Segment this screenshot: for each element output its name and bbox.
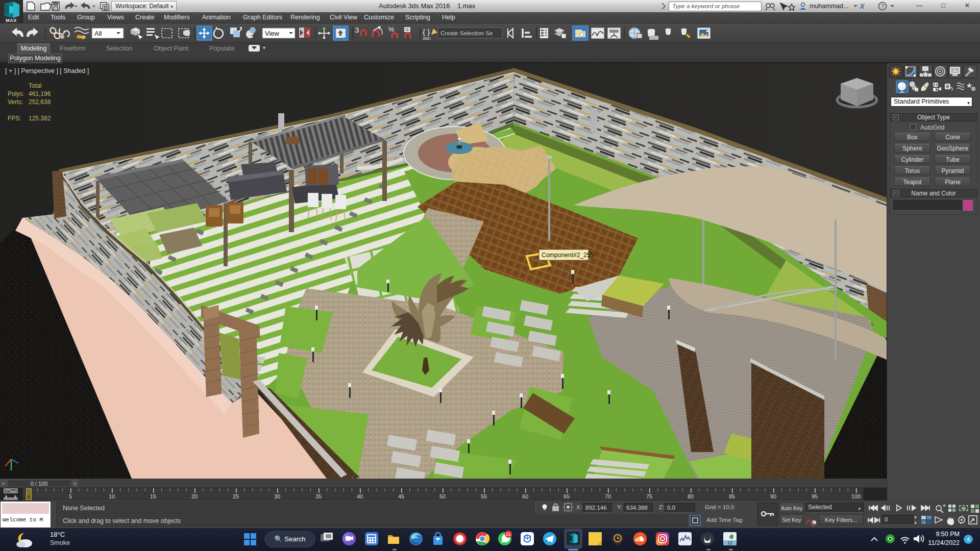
svg-text:11: 11: [506, 532, 510, 537]
svg-text:FPS:: FPS:: [8, 115, 21, 122]
svg-text:125.382: 125.382: [29, 115, 51, 122]
svg-text:85: 85: [729, 493, 735, 499]
svg-text:View: View: [265, 30, 280, 37]
svg-text:15: 15: [150, 493, 156, 499]
svg-text:10: 10: [109, 493, 115, 499]
svg-text:75: 75: [646, 493, 652, 499]
svg-text:4: 4: [967, 536, 970, 542]
svg-text:50: 50: [439, 493, 446, 499]
svg-text:L: L: [813, 521, 816, 525]
svg-text:[ + ] [ Perspective ] [ Shaded: [ + ] [ Perspective ] [ Shaded ]: [5, 67, 89, 74]
svg-text:12: 12: [727, 540, 732, 545]
svg-text:30: 30: [274, 493, 280, 499]
svg-text:muhammad...: muhammad...: [810, 3, 848, 10]
svg-text:60: 60: [522, 493, 528, 499]
svg-text:ABC: ABC: [423, 36, 431, 41]
svg-text:Polys:: Polys:: [8, 90, 24, 97]
svg-text:55: 55: [481, 493, 487, 499]
svg-text:3: 3: [355, 26, 359, 34]
svg-text:{ }: { }: [423, 28, 430, 36]
svg-text:25: 25: [233, 493, 239, 499]
svg-text:Component#2_255: Component#2_255: [542, 252, 594, 259]
svg-text:All: All: [94, 30, 102, 37]
svg-text:461,196: 461,196: [29, 90, 51, 97]
svg-text:95: 95: [812, 493, 818, 499]
svg-text:X: X: [859, 2, 866, 10]
svg-text:252,638: 252,638: [29, 98, 51, 106]
svg-text:Total: Total: [29, 82, 41, 89]
svg-text:35: 35: [315, 493, 322, 499]
svg-text:90: 90: [770, 493, 776, 499]
svg-text:70: 70: [605, 493, 611, 499]
svg-text:?: ?: [881, 3, 884, 9]
svg-text:Verts:: Verts:: [8, 98, 23, 106]
svg-text:5: 5: [69, 493, 72, 499]
svg-text:100: 100: [851, 493, 861, 499]
svg-text:Create Selection Se: Create Selection Se: [440, 30, 493, 36]
svg-text:65: 65: [564, 493, 570, 499]
svg-text:80: 80: [688, 493, 694, 499]
svg-text:%: %: [388, 26, 395, 33]
svg-text:40: 40: [357, 493, 363, 499]
svg-text:20: 20: [191, 493, 198, 499]
svg-text:45: 45: [398, 493, 404, 499]
